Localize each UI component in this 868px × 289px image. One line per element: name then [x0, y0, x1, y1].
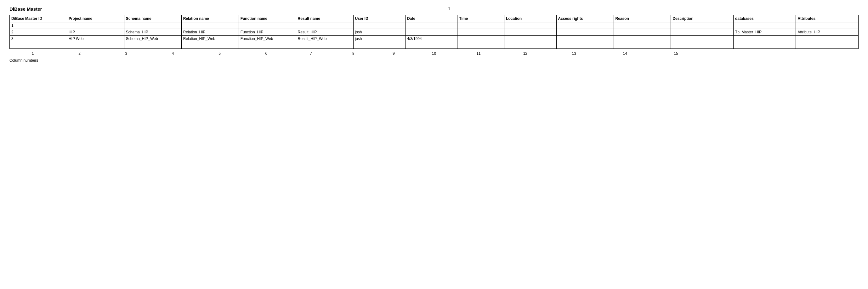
col-header-2: Project name	[67, 15, 124, 22]
col-header-15: Attributes	[796, 15, 859, 22]
cell-access	[556, 29, 614, 36]
cell-databases: Tb_Master_HIP	[733, 29, 796, 36]
header-row: DiBase Master ID Project name Schema nam…	[10, 15, 859, 22]
col-header-6: Result name	[296, 15, 353, 22]
cell-project: HIP	[67, 29, 124, 36]
col-header-4: Relation name	[181, 15, 239, 22]
cell-time	[458, 22, 504, 29]
cell-access	[556, 22, 614, 29]
cell-userid	[353, 22, 405, 29]
cell-project	[67, 22, 124, 29]
cell-result	[296, 42, 353, 49]
cell-databases	[733, 36, 796, 42]
cell-reason	[614, 36, 671, 42]
cell-date	[405, 29, 457, 36]
main-table-container: DiBase Master ID Project name Schema nam…	[9, 15, 859, 49]
col-num-12: 12	[502, 51, 549, 56]
col-num-7: 7	[290, 51, 332, 56]
col-header-7: User ID	[353, 15, 405, 22]
col-num-9: 9	[375, 51, 413, 56]
col-header-12: Reason	[614, 15, 671, 22]
col-num-14: 14	[599, 51, 650, 56]
cell-location	[504, 42, 556, 49]
cell-reason	[614, 22, 671, 29]
cell-description	[671, 42, 733, 49]
col-header-14: databases	[733, 15, 796, 22]
page-title: DiBase Master	[9, 6, 42, 12]
column-numbers-row: 1 2 3 4 5 6 7 8 9 10 11 12 13 14 15	[9, 51, 859, 56]
cell-id: 2	[10, 29, 67, 36]
cell-userid: josh	[353, 29, 405, 36]
cell-time	[458, 36, 504, 42]
cell-attributes: Attribute_HIP	[796, 29, 859, 36]
cell-location	[504, 22, 556, 29]
col-header-10: Location	[504, 15, 556, 22]
cell-location	[504, 29, 556, 36]
cell-schema	[124, 22, 181, 29]
col-header-13: Description	[671, 15, 733, 22]
cell-schema	[124, 42, 181, 49]
cell-description	[671, 22, 733, 29]
cell-date	[405, 22, 457, 29]
cell-time	[458, 29, 504, 36]
col-header-1: DiBase Master ID	[10, 15, 67, 22]
cell-date: 4/3/1994	[405, 36, 457, 42]
cell-schema: Schema_HIP	[124, 29, 181, 36]
table-row: 1	[10, 22, 859, 29]
cell-relation: Relation_HIP	[181, 29, 239, 36]
cell-reason	[614, 29, 671, 36]
col-header-8: Date	[405, 15, 457, 22]
col-header-3: Schema name	[124, 15, 181, 22]
col-num-8: 8	[332, 51, 375, 56]
cell-access	[556, 42, 614, 49]
cell-function: Function_HIP_Web	[239, 36, 296, 42]
cell-attributes	[796, 42, 859, 49]
cell-description	[671, 36, 733, 42]
page-header: DiBase Master 1 –	[9, 6, 859, 12]
cell-result: Result_HIP_Web	[296, 36, 353, 42]
column-numbers-label: Column numbers	[9, 58, 859, 63]
cell-relation	[181, 42, 239, 49]
col-header-9: Time	[458, 15, 504, 22]
cell-attributes	[796, 22, 859, 29]
col-num-2: 2	[56, 51, 103, 56]
table-row	[10, 42, 859, 49]
cell-date	[405, 42, 457, 49]
cell-relation	[181, 22, 239, 29]
cell-result: Result_HIP	[296, 29, 353, 36]
cell-time	[458, 42, 504, 49]
cell-relation: Relation_HIP_Web	[181, 36, 239, 42]
cell-id: 3	[10, 36, 67, 42]
cell-reason	[614, 42, 671, 49]
cell-userid	[353, 42, 405, 49]
cell-description	[671, 29, 733, 36]
cell-databases	[733, 42, 796, 49]
cell-access	[556, 36, 614, 42]
cell-databases	[733, 22, 796, 29]
cell-userid: josh	[353, 36, 405, 42]
col-num-15: 15	[650, 51, 702, 56]
col-header-11: Access rights	[556, 15, 614, 22]
table-row: 3 HIP Web Schema_HIP_Web Relation_HIP_We…	[10, 36, 859, 42]
col-num-6: 6	[243, 51, 290, 56]
cell-attributes	[796, 36, 859, 42]
main-table: DiBase Master ID Project name Schema nam…	[9, 15, 859, 49]
col-num-1: 1	[9, 51, 56, 56]
col-num-5: 5	[196, 51, 243, 56]
col-num-4: 4	[150, 51, 196, 56]
cell-project: HIP Web	[67, 36, 124, 42]
table-row: 2 HIP Schema_HIP Relation_HIP Function_H…	[10, 29, 859, 36]
col-num-13: 13	[549, 51, 600, 56]
cell-location	[504, 36, 556, 42]
cell-id: 1	[10, 22, 67, 29]
cell-function	[239, 22, 296, 29]
page-number: 1	[42, 6, 856, 11]
cell-schema: Schema_HIP_Web	[124, 36, 181, 42]
cell-function	[239, 42, 296, 49]
cell-id	[10, 42, 67, 49]
cell-function: Function_HIP	[239, 29, 296, 36]
col-num-3: 3	[103, 51, 150, 56]
col-num-10: 10	[413, 51, 455, 56]
page-dash: –	[856, 6, 859, 11]
cell-project	[67, 42, 124, 49]
